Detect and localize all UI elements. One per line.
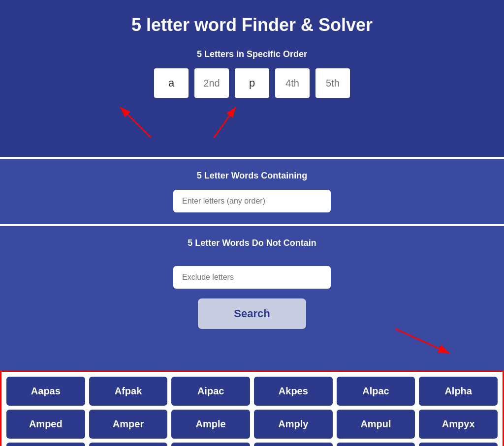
- word-button[interactable]: Appar: [89, 443, 168, 446]
- word-button[interactable]: Appal: [6, 443, 85, 446]
- word-button[interactable]: Alpha: [419, 377, 498, 406]
- word-button[interactable]: Appay: [171, 443, 250, 446]
- mid-section: 5 Letter Words Containing: [0, 159, 504, 226]
- exclude-input[interactable]: [173, 266, 331, 289]
- svg-line-1: [120, 107, 151, 138]
- page-title: 5 letter word Finder & Solver: [10, 15, 494, 35]
- word-button[interactable]: Apply: [419, 443, 498, 446]
- top-section: 5 letter word Finder & Solver 5 Letters …: [0, 0, 504, 159]
- word-button[interactable]: Amped: [6, 410, 85, 439]
- word-button[interactable]: Afpak: [89, 377, 168, 406]
- word-button[interactable]: Aipac: [171, 377, 250, 406]
- containing-label: 5 Letter Words Containing: [10, 171, 494, 181]
- letter-box-3[interactable]: [235, 68, 269, 98]
- search-arrow-area: [10, 329, 494, 358]
- arrow-1-icon: [108, 103, 167, 142]
- word-button[interactable]: Apple: [337, 443, 415, 446]
- containing-input[interactable]: [173, 190, 331, 212]
- svg-line-3: [214, 107, 235, 138]
- word-button[interactable]: Aapas: [6, 377, 85, 406]
- word-button[interactable]: Alpac: [337, 377, 415, 406]
- word-button[interactable]: Akpes: [254, 377, 333, 406]
- letter-box-5[interactable]: [315, 68, 350, 98]
- bottom-section: 5 Letter Words Do Not Contain Search: [0, 226, 504, 370]
- letter-boxes-container: [10, 68, 494, 98]
- arrow-3-icon: [386, 324, 465, 358]
- word-button[interactable]: Ampyx: [419, 410, 498, 439]
- results-section: AapasAfpakAipacAkpesAlpacAlphaAmpedAmper…: [0, 370, 504, 446]
- word-button[interactable]: Ample: [171, 410, 250, 439]
- not-contain-label: 5 Letter Words Do Not Contain: [10, 238, 494, 248]
- svg-line-5: [396, 329, 450, 354]
- arrow-2-icon: [202, 103, 261, 142]
- word-button[interactable]: Ampul: [337, 410, 415, 439]
- arrows-area: [10, 108, 494, 147]
- word-button[interactable]: Appel: [254, 443, 333, 446]
- word-button[interactable]: Amply: [254, 410, 333, 439]
- letter-box-4[interactable]: [275, 68, 310, 98]
- word-button[interactable]: Amper: [89, 410, 168, 439]
- letter-box-1[interactable]: [154, 68, 189, 98]
- specific-order-label: 5 Letters in Specific Order: [10, 49, 494, 59]
- results-grid: AapasAfpakAipacAkpesAlpacAlphaAmpedAmper…: [6, 377, 498, 446]
- search-button[interactable]: Search: [198, 298, 306, 329]
- letter-box-2[interactable]: [194, 68, 229, 98]
